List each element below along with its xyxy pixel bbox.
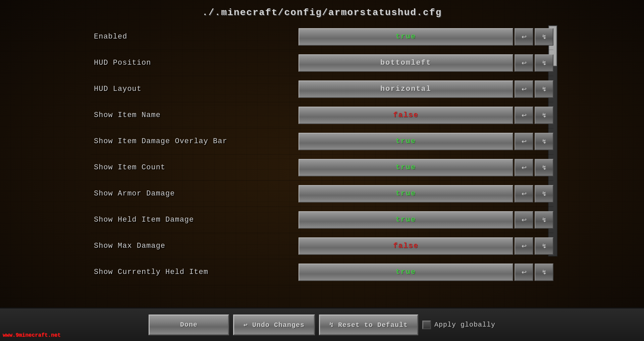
table-row: Enabledtrue↩↯ [91,24,553,50]
setting-undo-button[interactable]: ↩ [515,80,533,98]
setting-reset-button[interactable]: ↯ [535,133,553,150]
setting-undo-button[interactable]: ↩ [515,211,533,229]
table-row: HUD Positionbottomleft↩↯ [91,50,553,76]
watermark-site: 9minecraft [15,332,48,338]
main-container: ./.minecraft/config/armorstatushud.cfg E… [0,0,644,341]
setting-value-button[interactable]: true [299,264,513,281]
setting-value-button[interactable]: false [299,237,513,255]
setting-label: HUD Layout [91,85,299,93]
table-row: Show Item Counttrue↩↯ [91,155,553,181]
setting-reset-button[interactable]: ↯ [535,80,553,98]
setting-label: Show Item Damage Overlay Bar [91,137,299,146]
setting-label: Show Item Name [91,111,299,119]
watermark: www.9minecraft.net [3,332,61,338]
setting-label: Show Currently Held Item [91,268,299,276]
table-row: Show Item Damage Overlay Bartrue↩↯ [91,128,553,155]
setting-undo-button[interactable]: ↩ [515,237,533,255]
setting-value-button[interactable]: false [299,107,513,124]
setting-reset-button[interactable]: ↯ [535,107,553,124]
setting-undo-button[interactable]: ↩ [515,185,533,203]
setting-reset-button[interactable]: ↯ [535,54,553,72]
setting-reset-button[interactable]: ↯ [535,159,553,176]
watermark-suffix: .net [48,332,60,338]
setting-label: Show Max Damage [91,242,299,250]
setting-undo-button[interactable]: ↩ [515,54,533,72]
page-title: ./.minecraft/config/armorstatushud.cfg [202,7,442,18]
table-row: HUD Layouthorizontal↩↯ [91,76,553,102]
setting-value-button[interactable]: true [299,133,513,150]
settings-panel: Enabledtrue↩↯HUD Positionbottomleft↩↯HUD… [91,24,553,341]
watermark-prefix: www. [3,332,15,338]
setting-undo-button[interactable]: ↩ [515,159,533,176]
setting-reset-button[interactable]: ↯ [535,185,553,203]
setting-reset-button[interactable]: ↯ [535,28,553,46]
table-row: Show Currently Held Itemtrue↩↯ [91,259,553,285]
setting-label: Show Item Count [91,163,299,172]
setting-label: HUD Position [91,59,299,67]
setting-label: Enabled [91,33,299,41]
setting-label: Show Armor Damage [91,189,299,198]
table-row: Show Max Damagefalse↩↯ [91,233,553,259]
setting-value-button[interactable]: true [299,211,513,229]
setting-value-button[interactable]: true [299,159,513,176]
setting-value-button[interactable]: bottomleft [299,54,513,72]
setting-reset-button[interactable]: ↯ [535,237,553,255]
setting-reset-button[interactable]: ↯ [535,211,553,229]
setting-value-button[interactable]: true [299,28,513,46]
table-row: Show Armor Damagetrue↩↯ [91,181,553,207]
setting-undo-button[interactable]: ↩ [515,28,533,46]
setting-undo-button[interactable]: ↩ [515,107,533,124]
setting-value-button[interactable]: true [299,185,513,203]
setting-undo-button[interactable]: ↩ [515,133,533,150]
setting-label: Show Held Item Damage [91,216,299,224]
table-row: Show Item Namefalse↩↯ [91,102,553,128]
setting-value-button[interactable]: horizontal [299,80,513,98]
setting-reset-button[interactable]: ↯ [535,264,553,281]
setting-undo-button[interactable]: ↩ [515,264,533,281]
table-row: Show Held Item Damagetrue↩↯ [91,207,553,233]
